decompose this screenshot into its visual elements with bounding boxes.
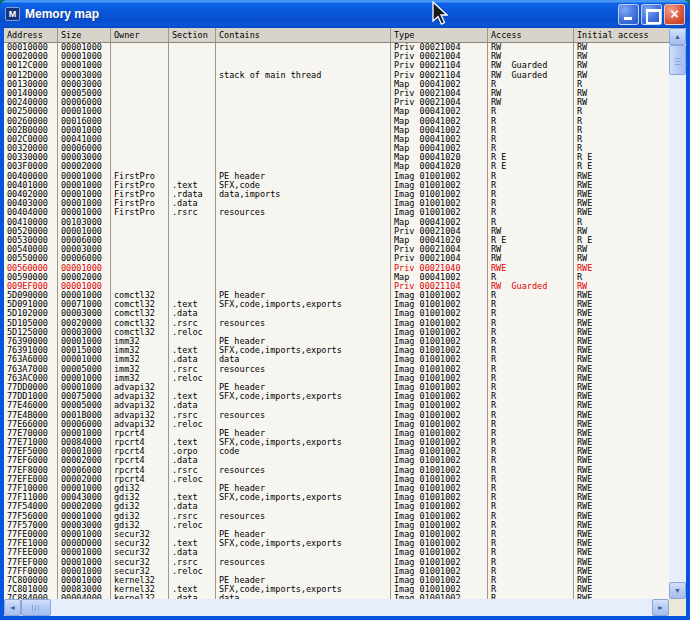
table-row[interactable]: 77DD100000075000advapi32.textSFX,code,im…: [4, 392, 669, 401]
table-row[interactable]: 7C80000000001000kernel32PE headerImag 01…: [4, 576, 669, 585]
table-row[interactable]: 763AC00000001000imm32.relocImag 01001002…: [4, 374, 669, 383]
cell-section: .data: [169, 401, 216, 410]
table-row[interactable]: 5D10200000003000comctl32.dataImag 010010…: [4, 309, 669, 318]
table-row[interactable]: 7639000000001000imm32PE headerImag 01001…: [4, 337, 669, 346]
cell-contains: SFX,code,imports,exports: [216, 493, 391, 502]
table-row[interactable]: 0056000000001000Priv 00021040RWERWE: [4, 264, 669, 273]
table-row[interactable]: 77F1000000001000gdi32PE headerImag 01001…: [4, 484, 669, 493]
table-row[interactable]: 77FE10000000D000secur32.textSFX,code,imp…: [4, 539, 669, 548]
horizontal-scrollbar[interactable]: ◄ ►: [4, 599, 669, 616]
cell-initial-access: RWE: [574, 420, 669, 429]
table-row[interactable]: 0012C00000001000Priv 00021104RW GuardedR…: [4, 61, 669, 70]
table-row[interactable]: 009EF00000001000Priv 00021104RW GuardedR…: [4, 282, 669, 291]
table-row[interactable]: 763A700000005000imm32.rsrcresourcesImag …: [4, 365, 669, 374]
table-row[interactable]: 77E7000000001000rpcrt4PE headerImag 0100…: [4, 429, 669, 438]
table-row[interactable]: 77DD000000001000advapi32PE headerImag 01…: [4, 383, 669, 392]
table-row[interactable]: 77F1100000043000gdi32.textSFX,code,impor…: [4, 493, 669, 502]
table-row[interactable]: 0012D00000003000stack of main threadPriv…: [4, 71, 669, 80]
table-row[interactable]: 7C80100000083000kernel32.textSFX,code,im…: [4, 585, 669, 594]
table-row[interactable]: 5D09100000071000comctl32.textSFX,code,im…: [4, 300, 669, 309]
cell-access: R: [488, 319, 574, 328]
table-row[interactable]: 77EFE00000002000rpcrt4.relocImag 0100100…: [4, 475, 669, 484]
vertical-scrollbar[interactable]: ▲ ▼: [669, 28, 686, 599]
scroll-right-button[interactable]: ►: [652, 599, 669, 616]
table-row[interactable]: 77F5400000002000gdi32.dataImag 01001002R…: [4, 502, 669, 511]
table-row[interactable]: 77E7100000084000rpcrt4.textSFX,code,impo…: [4, 438, 669, 447]
scroll-down-button[interactable]: ▼: [669, 582, 686, 599]
table-row[interactable]: 77E4600000005000advapi32.dataImag 010010…: [4, 401, 669, 410]
table-row[interactable]: 77FF000000001000secur32.relocImag 010010…: [4, 567, 669, 576]
cell-type: Map 00041002: [391, 107, 488, 116]
table-row[interactable]: 0040100000001000FirstPro.textSFX,codeIma…: [4, 181, 669, 190]
maximize-button[interactable]: [641, 4, 662, 25]
table-row[interactable]: 77F5700000003000gdi32.relocImag 01001002…: [4, 521, 669, 530]
table-row[interactable]: 0059000000002000Map 00041002RR: [4, 273, 669, 282]
table-row[interactable]: 0052000000001000Priv 00021004RWRW: [4, 227, 669, 236]
cell-initial-access: RWE: [574, 493, 669, 502]
table-row[interactable]: 77FEF00000001000secur32.rsrcresourcesIma…: [4, 558, 669, 567]
cell-size: 00001000: [58, 548, 111, 557]
table-row[interactable]: 003F000000002000Map 00041020R ER E: [4, 162, 669, 171]
cell-size: 00006000: [58, 236, 111, 245]
table-row[interactable]: 763A600000001000imm32.datadataImag 01001…: [4, 355, 669, 364]
column-header-access[interactable]: Access: [488, 28, 574, 42]
cell-initial-access: R E: [574, 153, 669, 162]
table-row[interactable]: 0014000000005000Priv 00021004RWRW: [4, 89, 669, 98]
scroll-left-button[interactable]: ◄: [4, 599, 21, 616]
table-row[interactable]: 77FEE00000001000secur32.dataImag 0100100…: [4, 548, 669, 557]
cell-access: R: [488, 300, 574, 309]
table-row[interactable]: 0040300000001000FirstPro.dataImag 010010…: [4, 199, 669, 208]
table-row[interactable]: 7639100000015000imm32.textSFX,code,impor…: [4, 346, 669, 355]
table-row[interactable]: 0040400000001000FirstPro.rsrcresourcesIm…: [4, 208, 669, 217]
minimize-button[interactable]: [618, 4, 639, 25]
cell-owner: [111, 89, 169, 98]
cell-section: [169, 530, 216, 539]
scroll-up-button[interactable]: ▲: [669, 28, 686, 45]
table-row[interactable]: 5D09000000001000comctl32PE headerImag 01…: [4, 291, 669, 300]
column-header-size[interactable]: Size: [58, 28, 111, 42]
table-row[interactable]: 0054000000003000Priv 00021004RWRW: [4, 245, 669, 254]
table-row[interactable]: 0040000000001000FirstProPE headerImag 01…: [4, 172, 669, 181]
table-row[interactable]: 77F5600000001000gdi32.rsrcresourcesImag …: [4, 512, 669, 521]
cell-initial-access: RWE: [574, 392, 669, 401]
column-header-address[interactable]: Address: [4, 28, 58, 42]
table-row[interactable]: 0002000000001000Priv 00021004RWRW: [4, 52, 669, 61]
cell-access: R: [488, 208, 574, 217]
table-row[interactable]: 0025000000001000Map 00041002RR: [4, 107, 669, 116]
table-row[interactable]: 0040200000001000FirstPro.rdatadata,impor…: [4, 190, 669, 199]
column-header-initial-access[interactable]: Initial access: [574, 28, 669, 42]
table-row[interactable]: 77EF600000002000rpcrt4.dataImag 01001002…: [4, 456, 669, 465]
table-row[interactable]: 0033000000003000Map 00041020R ER E: [4, 153, 669, 162]
table-row[interactable]: 002B000000001000Map 00041002RR: [4, 126, 669, 135]
cell-contains: SFX,code: [216, 181, 391, 190]
table-row[interactable]: 0001000000001000Priv 00021004RWRW: [4, 43, 669, 52]
cell-section: [169, 484, 216, 493]
close-button[interactable]: ×: [664, 4, 685, 25]
cell-type: Map 00041002: [391, 144, 488, 153]
column-header-type[interactable]: Type: [391, 28, 488, 42]
table-row[interactable]: 77EF800000006000rpcrt4.rsrcresourcesImag…: [4, 466, 669, 475]
table-row[interactable]: 5D10500000020000comctl32.rsrcresourcesIm…: [4, 319, 669, 328]
table-row[interactable]: 0041000000103000Map 00041002RR: [4, 218, 669, 227]
titlebar[interactable]: M Memory map ×: [0, 0, 690, 28]
table-row[interactable]: 0024000000006000Priv 00021004RWRW: [4, 98, 669, 107]
table-row[interactable]: 002C000000041000Map 00041002RR: [4, 135, 669, 144]
vertical-scroll-thumb[interactable]: [669, 45, 686, 75]
table-row[interactable]: 0053000000006000Map 00041020R ER E: [4, 236, 669, 245]
table-row[interactable]: 77E6600000006000advapi32.relocImag 01001…: [4, 420, 669, 429]
column-header-owner[interactable]: Owner: [111, 28, 169, 42]
table-row[interactable]: 77FE000000001000secur32PE headerImag 010…: [4, 530, 669, 539]
table-row[interactable]: 0032000000006000Map 00041002RR: [4, 144, 669, 153]
table-row[interactable]: 77EF500000001000rpcrt4.orpocodeImag 0100…: [4, 447, 669, 456]
table-row[interactable]: 77E4B0000001B000advapi32.rsrcresourcesIm…: [4, 411, 669, 420]
table-row[interactable]: 0013000000003000Map 00041002RR: [4, 80, 669, 89]
cell-section: .reloc: [169, 328, 216, 337]
cell-initial-access: RWE: [574, 475, 669, 484]
column-header-contains[interactable]: Contains: [216, 28, 391, 42]
horizontal-scroll-thumb[interactable]: [21, 599, 51, 616]
cell-owner: rpcrt4: [111, 466, 169, 475]
table-row[interactable]: 5D12500000003000comctl32.relocImag 01001…: [4, 328, 669, 337]
table-row[interactable]: 0055000000006000Priv 00021004RWRW: [4, 254, 669, 263]
table-row[interactable]: 0026000000016000Map 00041002RR: [4, 117, 669, 126]
column-header-section[interactable]: Section: [169, 28, 216, 42]
